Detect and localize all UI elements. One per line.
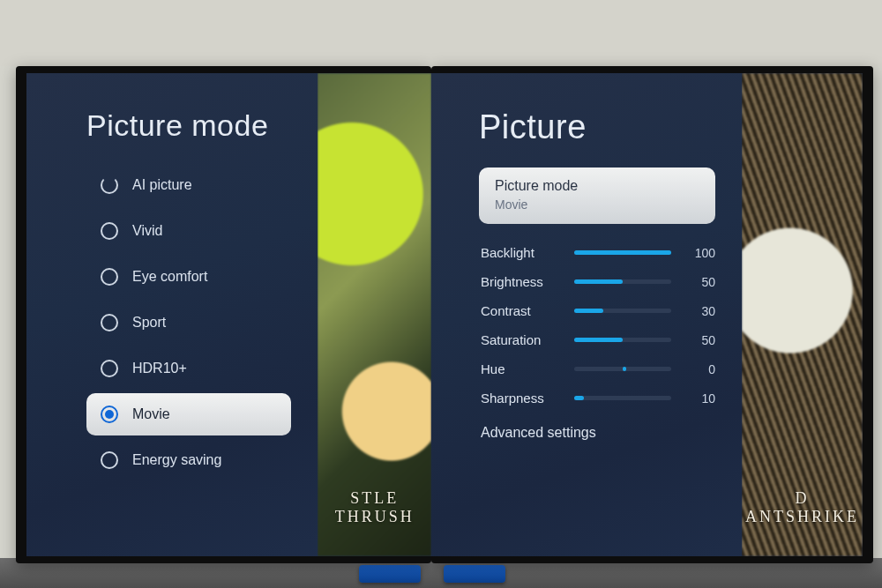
content-preview: STLE THRUSH: [318, 73, 431, 556]
wall: [0, 0, 431, 66]
picture-mode-option-sport[interactable]: Sport: [86, 301, 291, 344]
slider-track[interactable]: [574, 396, 671, 400]
content-preview: D ANTSHRIKE: [742, 73, 863, 556]
card-value: Movie: [495, 197, 699, 212]
picture-mode-card[interactable]: Picture mode Movie: [479, 167, 715, 224]
radio-icon: [101, 176, 118, 194]
tv-screen: Picture mode AI pictureVividEye comfortS…: [26, 73, 431, 556]
option-label: Sport: [132, 315, 166, 331]
radio-icon: [101, 406, 118, 423]
slider-label: Sharpness: [481, 391, 562, 406]
slider-fill: [574, 309, 603, 313]
tv-screen: Picture Picture mode Movie Backlight100B…: [431, 73, 863, 556]
menu-title: Picture: [479, 108, 715, 146]
slider-track[interactable]: [574, 338, 671, 342]
picture-mode-option-movie[interactable]: Movie: [86, 393, 291, 435]
slider-value: 0: [684, 362, 715, 376]
slider-list: Backlight100Brightness50Contrast30Satura…: [479, 245, 715, 406]
slider-saturation[interactable]: Saturation50: [481, 332, 715, 347]
slider-track[interactable]: [574, 250, 671, 255]
option-label: AI picture: [132, 177, 192, 193]
slider-fill: [623, 367, 626, 371]
picture-mode-option-vivid[interactable]: Vivid: [86, 210, 291, 252]
slider-fill: [574, 250, 671, 255]
slider-value: 30: [684, 304, 715, 318]
blue-box: [359, 565, 421, 583]
slider-label: Backlight: [481, 245, 562, 260]
card-label: Picture mode: [495, 178, 699, 194]
picture-mode-option-ai-picture[interactable]: AI picture: [86, 164, 291, 206]
radio-icon: [101, 268, 118, 286]
option-label: Movie: [132, 406, 170, 422]
picture-mode-option-eye-comfort[interactable]: Eye comfort: [86, 256, 291, 298]
slider-label: Hue: [481, 361, 562, 376]
slider-contrast[interactable]: Contrast30: [481, 303, 715, 318]
menu-title: Picture mode: [86, 108, 291, 143]
wall: [431, 0, 882, 66]
slider-value: 10: [684, 391, 715, 406]
slider-label: Brightness: [481, 274, 562, 289]
slider-label: Saturation: [481, 332, 562, 347]
preview-caption: D ANTSHRIKE: [742, 489, 863, 526]
tv-frame: Picture Picture mode Movie Backlight100B…: [431, 66, 873, 563]
radio-icon: [101, 222, 118, 240]
radio-icon: [101, 451, 118, 469]
slider-hue[interactable]: Hue0: [481, 361, 715, 376]
slider-brightness[interactable]: Brightness50: [481, 274, 715, 289]
slider-label: Contrast: [481, 303, 562, 318]
slider-track[interactable]: [574, 279, 671, 284]
picture-settings-menu: Picture Picture mode Movie Backlight100B…: [431, 73, 742, 556]
option-label: Eye comfort: [132, 269, 207, 285]
option-label: Energy saving: [132, 452, 221, 468]
blue-box: [444, 565, 505, 583]
tv-frame: Picture mode AI pictureVividEye comfortS…: [16, 66, 431, 563]
slider-track[interactable]: [574, 309, 671, 313]
picture-mode-option-energy-saving[interactable]: Energy saving: [86, 439, 291, 481]
slider-track[interactable]: [574, 367, 671, 371]
option-label: Vivid: [132, 223, 162, 239]
slider-value: 50: [684, 333, 715, 347]
slider-value: 100: [684, 246, 715, 260]
photo-right: Picture Picture mode Movie Backlight100B…: [431, 0, 882, 588]
picture-mode-option-hdr10-[interactable]: HDR10+: [86, 347, 291, 390]
slider-sharpness[interactable]: Sharpness10: [481, 391, 715, 406]
option-label: HDR10+: [132, 361, 187, 376]
radio-icon: [101, 314, 118, 331]
slider-backlight[interactable]: Backlight100: [481, 245, 715, 260]
slider-value: 50: [684, 275, 715, 289]
picture-mode-menu: Picture mode AI pictureVividEye comfortS…: [26, 73, 318, 556]
picture-mode-options: AI pictureVividEye comfortSportHDR10+Mov…: [86, 164, 291, 481]
advanced-settings-link[interactable]: Advanced settings: [479, 420, 715, 446]
preview-caption: STLE THRUSH: [318, 489, 431, 526]
radio-icon: [101, 360, 118, 377]
slider-fill: [574, 279, 623, 284]
slider-fill: [574, 338, 623, 342]
photo-left: Picture mode AI pictureVividEye comfortS…: [0, 0, 431, 588]
slider-fill: [574, 396, 584, 400]
